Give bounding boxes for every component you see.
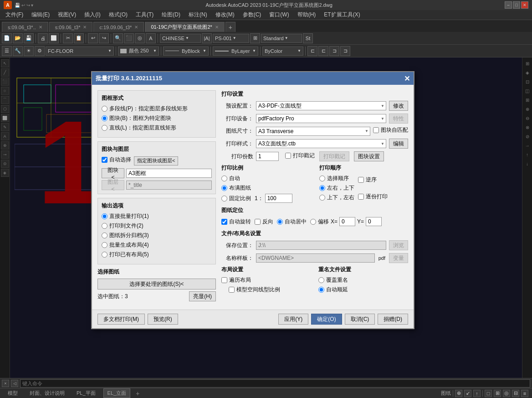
- output-layout-radio[interactable]: [102, 242, 107, 248]
- scale-auto-radio[interactable]: [221, 176, 227, 181]
- output-archive-radio[interactable]: [102, 233, 107, 238]
- menu-dimension[interactable]: 标注(N): [185, 10, 211, 20]
- preview-button[interactable]: 预览(R): [148, 314, 178, 325]
- toolbar-icon-8[interactable]: ↩: [88, 33, 98, 43]
- toolbar-icon-11[interactable]: ⬛: [124, 33, 134, 43]
- auto-order-radio[interactable]: [318, 287, 324, 293]
- cancel-button[interactable]: 取消(C): [345, 314, 375, 325]
- order-lr-radio[interactable]: [319, 185, 325, 191]
- tab-1[interactable]: s:09.06_t3*.. ✕: [2, 22, 48, 32]
- toolbar2-icon-3[interactable]: ⊐: [329, 46, 339, 56]
- toolbar-icon-6[interactable]: ✂: [63, 33, 73, 43]
- scale-fixed-radio[interactable]: [221, 196, 227, 202]
- highlight-button[interactable]: 亮显(H): [189, 291, 216, 301]
- menu-window[interactable]: 窗口(W): [266, 10, 292, 20]
- tab-close-1[interactable]: ✕: [39, 25, 42, 30]
- tab-3[interactable]: c:19.09.06_t3* ✕: [93, 22, 144, 32]
- toolbar-icon-12[interactable]: ◎: [135, 33, 145, 43]
- tab-active[interactable]: 01-19C户型平立面系统图2* ✕: [145, 22, 224, 32]
- reverse-orient-checkbox[interactable]: [255, 219, 261, 225]
- toolbar-icon-9[interactable]: ↪: [99, 33, 109, 43]
- radio-block-input[interactable]: [102, 115, 107, 121]
- block-settings-button[interactable]: 图块设置: [354, 151, 384, 161]
- standard-dropdown[interactable]: Standard ▼: [261, 34, 302, 43]
- copy-checkbox[interactable]: [358, 194, 364, 200]
- order-tb-radio[interactable]: [319, 195, 325, 201]
- toolbar-icon-16[interactable]: St: [303, 33, 313, 43]
- menu-help[interactable]: 帮助(H): [294, 10, 320, 20]
- layer-button[interactable]: 图层<: [102, 180, 124, 190]
- block-input[interactable]: [126, 169, 212, 178]
- fit-block-checkbox[interactable]: [373, 127, 379, 133]
- scale-fit-radio[interactable]: [221, 185, 227, 191]
- lineweight-dropdown[interactable]: ByColor ▼: [262, 47, 303, 56]
- toolbar-icon-13[interactable]: A: [146, 33, 156, 43]
- paper-size-select[interactable]: A3 Transverse: [256, 127, 370, 136]
- toolbar-icon-1[interactable]: 📄: [2, 33, 12, 43]
- color-dropdown[interactable]: 颜色 250 ▼: [118, 47, 159, 56]
- radio-polyline-input[interactable]: [102, 106, 107, 112]
- scroll-btn-left[interactable]: ◁: [11, 380, 18, 387]
- layer-icon-3[interactable]: ☀: [24, 46, 34, 56]
- maximize-button[interactable]: □: [513, 1, 520, 9]
- tab-el-elevation[interactable]: EL_立面: [103, 388, 131, 398]
- device-select[interactable]: pdfFactory Pro: [256, 114, 386, 123]
- auto-center-radio[interactable]: [277, 219, 283, 225]
- watermark-checkbox[interactable]: [285, 153, 291, 159]
- command-input[interactable]: [20, 379, 530, 388]
- tab-2[interactable]: s:09.06_t3* ✕: [49, 22, 93, 32]
- add-tab-button[interactable]: +: [134, 390, 141, 397]
- ps001-dropdown[interactable]: PS-001 ▼: [213, 34, 249, 43]
- tab-pl-plan[interactable]: PL_平面: [72, 388, 100, 398]
- preset-select[interactable]: A3-PDF-立面线型: [256, 101, 386, 110]
- block-button[interactable]: 图块<: [102, 168, 124, 178]
- select-paper-button[interactable]: 选择要处理的图纸(S)<: [97, 279, 216, 289]
- toolbar-icon-5[interactable]: ⬜: [49, 33, 59, 43]
- edit-style-button[interactable]: 编辑: [389, 139, 408, 149]
- model-scale-checkbox[interactable]: [229, 287, 235, 293]
- order-select-radio[interactable]: [319, 176, 325, 181]
- save-path-input[interactable]: [256, 241, 386, 250]
- radio-line-input[interactable]: [102, 125, 107, 131]
- close-window-button[interactable]: ✕: [521, 1, 528, 9]
- toolbar2-icon-2[interactable]: ⊏: [318, 46, 328, 56]
- name-template-input[interactable]: [256, 253, 375, 263]
- x-input[interactable]: [339, 217, 355, 226]
- watermark-button[interactable]: 打印戳记: [319, 151, 349, 161]
- menu-insert[interactable]: 插入(I): [81, 10, 104, 20]
- toolbar2-icon-1[interactable]: ⊏: [307, 46, 317, 56]
- toolbar-icon-10[interactable]: 🔍: [113, 33, 123, 43]
- linetype1-dropdown[interactable]: ByBlock ▼: [163, 47, 209, 56]
- toolbar-icon-14[interactable]: |A|: [202, 33, 212, 43]
- layer-input[interactable]: [126, 181, 212, 190]
- specify-block-layer-button[interactable]: 指定图块或图层<: [134, 156, 178, 165]
- linetype2-dropdown[interactable]: ByLayer ▼: [213, 47, 258, 56]
- output-direct-radio[interactable]: [102, 213, 107, 219]
- toolbar-icon-2[interactable]: 📂: [13, 33, 23, 43]
- toolbar2-icon-4[interactable]: ⊐: [340, 46, 350, 56]
- overwrite-radio[interactable]: [318, 277, 324, 283]
- modify-button[interactable]: 修改: [389, 101, 408, 111]
- menu-modify[interactable]: 修改(M): [212, 10, 238, 20]
- menu-et[interactable]: ET扩展工具(X): [320, 10, 363, 20]
- tab-close-3[interactable]: ✕: [134, 25, 138, 30]
- layer-icon-2[interactable]: 🔧: [13, 46, 23, 56]
- toolbar-icon-15[interactable]: ⊞: [250, 33, 260, 43]
- menu-tools[interactable]: 工具(T): [132, 10, 157, 20]
- toolbar-icon-4[interactable]: 🖨: [38, 33, 48, 43]
- confirm-button[interactable]: 确定(O): [311, 314, 342, 325]
- statusbar-icon-1[interactable]: ⊕: [455, 390, 462, 397]
- statusbar-icon-5[interactable]: ⊞: [494, 390, 501, 397]
- variable-button[interactable]: 变量: [389, 253, 408, 263]
- donate-button[interactable]: 捐赠(D): [378, 314, 408, 325]
- layer-icon-1[interactable]: ☰: [2, 46, 12, 56]
- layer-icon-4[interactable]: ⚙: [35, 46, 45, 56]
- statusbar-icon-6[interactable]: ◎: [503, 390, 510, 397]
- minimize-button[interactable]: –: [505, 1, 512, 9]
- tab-cover[interactable]: 封面、设计说明: [26, 388, 69, 398]
- menu-view[interactable]: 视图(V): [54, 10, 80, 20]
- browse-button[interactable]: 浏览: [389, 240, 408, 250]
- scroll-panel-toggle[interactable]: ×: [2, 380, 9, 387]
- scale-ratio-input[interactable]: [265, 194, 292, 203]
- reverse-checkbox[interactable]: [358, 177, 364, 183]
